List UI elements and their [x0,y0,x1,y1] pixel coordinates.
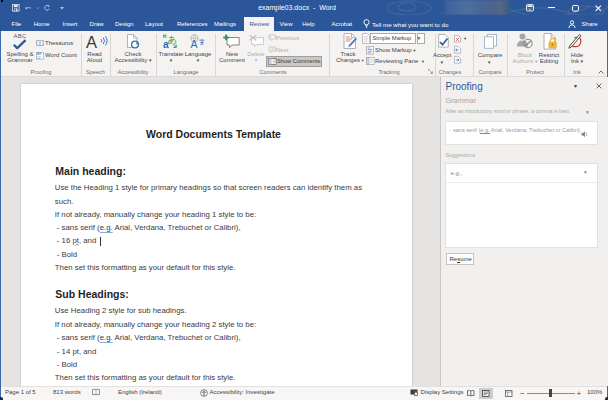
svg-text:a: a [163,39,169,50]
svg-text:A: A [190,38,197,50]
svg-text:あ: あ [168,34,178,45]
svg-text:12: 12 [37,55,41,59]
